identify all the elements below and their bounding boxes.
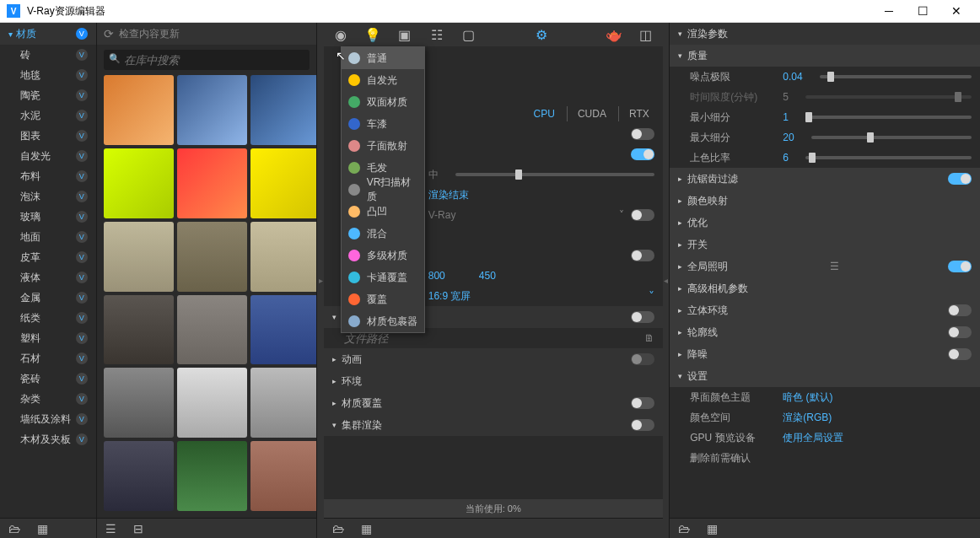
material-thumbnail[interactable]: [104, 222, 174, 292]
denoise-toggle[interactable]: [948, 348, 972, 360]
sidebar-item[interactable]: 水泥V: [0, 105, 96, 126]
frame-icon[interactable]: ◫: [638, 26, 654, 43]
max-sub-value[interactable]: 20: [783, 132, 794, 143]
sidebar-item[interactable]: 木材及夹板V: [0, 429, 96, 449]
safe-frame-toggle[interactable]: [631, 250, 654, 261]
material-thumbnail[interactable]: [177, 295, 247, 365]
max-sub-slider[interactable]: [811, 136, 972, 139]
material-thumbnail[interactable]: [104, 75, 174, 145]
settings-header[interactable]: ▾设置: [670, 365, 980, 387]
theme-value[interactable]: 暗色 (默认): [783, 390, 832, 405]
list-view-icon[interactable]: ☰: [105, 522, 116, 535]
grid-icon[interactable]: ▦: [707, 522, 718, 535]
dropdown-item[interactable]: 材质包裹器: [342, 310, 424, 332]
grid-icon[interactable]: ▦: [361, 522, 372, 535]
dropdown-item[interactable]: 自发光: [342, 69, 424, 91]
color-map-header[interactable]: ▸颜色映射: [670, 190, 980, 212]
dropdown-item[interactable]: 车漆: [342, 113, 424, 135]
quality-slider[interactable]: .slider::after{left:var(--pos,0);}: [455, 173, 654, 176]
material-thumbnail[interactable]: [177, 368, 247, 438]
mat-override-toggle[interactable]: [631, 397, 654, 409]
sidebar-item[interactable]: 杂类V: [0, 389, 96, 409]
material-thumbnail[interactable]: [177, 75, 247, 145]
contour-toggle[interactable]: [948, 326, 972, 338]
material-thumbnail[interactable]: [177, 148, 247, 218]
search-input[interactable]: [104, 50, 310, 70]
sidebar-item[interactable]: 布料V: [0, 166, 96, 186]
render-params-header[interactable]: ▾渲染参数: [670, 23, 980, 45]
sidebar-item[interactable]: 石材V: [0, 348, 96, 369]
stereo-toggle[interactable]: [948, 304, 972, 316]
sidebar-item[interactable]: 地面V: [0, 227, 96, 247]
material-thumbnail[interactable]: [104, 368, 174, 438]
material-thumbnail[interactable]: [250, 75, 317, 145]
optimize-header[interactable]: ▸优化: [670, 212, 980, 234]
sidebar-item[interactable]: 泡沫V: [0, 186, 96, 207]
panel-divider-left[interactable]: ▸: [317, 23, 323, 538]
material-thumbnail[interactable]: [104, 441, 174, 511]
tab-cpu[interactable]: CPU: [529, 106, 560, 121]
gi-header[interactable]: ▸全局照明☰: [670, 256, 980, 277]
environment-section[interactable]: ▸环境: [324, 370, 663, 392]
sidebar-item[interactable]: 陶瓷V: [0, 85, 96, 105]
swarm-section[interactable]: ▾集群渲染: [324, 414, 663, 436]
tree-view-icon[interactable]: ⊟: [133, 522, 143, 535]
sidebar-item[interactable]: 玻璃V: [0, 207, 96, 227]
gpu-device-value[interactable]: 使用全局设置: [783, 431, 843, 445]
light-icon[interactable]: 💡: [364, 26, 381, 43]
material-thumbnail[interactable]: [250, 368, 317, 438]
sidebar-header[interactable]: ▾ 材质 V: [0, 23, 96, 45]
dropdown-item[interactable]: 卡通覆盖: [342, 266, 424, 288]
color-ratio-value[interactable]: 6: [783, 152, 789, 164]
aa-filter-header[interactable]: ▸抗锯齿过滤: [670, 168, 980, 190]
maximize-button[interactable]: ☐: [906, 4, 940, 18]
save-image-toggle[interactable]: [631, 311, 654, 323]
refresh-icon[interactable]: ⟳: [104, 27, 114, 40]
mat-override-section[interactable]: ▸材质覆盖: [324, 392, 663, 414]
color-ratio-slider[interactable]: [805, 156, 972, 159]
render-output-icon[interactable]: ▢: [460, 26, 477, 43]
img-height-value[interactable]: 450: [479, 270, 496, 282]
teapot-icon[interactable]: 🫖: [606, 26, 622, 43]
dropdown-item[interactable]: VR扫描材质: [342, 179, 424, 201]
dropdown-item[interactable]: 普通: [342, 47, 424, 69]
animation-toggle[interactable]: [631, 353, 654, 365]
sidebar-item[interactable]: 瓷砖V: [0, 369, 96, 389]
img-width-value[interactable]: 800: [428, 270, 445, 282]
layers-icon[interactable]: ☷: [428, 26, 445, 43]
close-button[interactable]: ✕: [940, 4, 973, 18]
noise-limit-value[interactable]: 0.04: [783, 71, 802, 83]
dropdown-item[interactable]: 双面材质: [342, 91, 424, 113]
folder-icon[interactable]: 🗁: [332, 522, 344, 535]
material-thumbnail[interactable]: [250, 441, 317, 511]
panel-divider-right[interactable]: ◂: [663, 23, 669, 538]
sidebar-item[interactable]: 墙纸及涂料V: [0, 409, 96, 429]
chevron-down-icon[interactable]: ˅: [649, 289, 654, 303]
update-label[interactable]: 检查内容更新: [119, 27, 180, 41]
folder-icon[interactable]: 🗁: [8, 522, 20, 535]
animation-section[interactable]: ▸动画: [324, 348, 663, 370]
sidebar-item[interactable]: 砖V: [0, 45, 96, 65]
tab-cuda[interactable]: CUDA: [567, 106, 611, 121]
sidebar-item[interactable]: 皮革V: [0, 247, 96, 267]
material-icon[interactable]: ◉: [332, 26, 349, 43]
aspect-value[interactable]: 16:9 宽屏: [428, 289, 471, 304]
material-thumbnail[interactable]: [104, 148, 174, 218]
noise-slider[interactable]: [820, 75, 972, 78]
gi-toggle[interactable]: [948, 261, 972, 272]
sidebar-item[interactable]: 自发光V: [0, 146, 96, 166]
quality-header[interactable]: ▾质量: [670, 45, 980, 67]
sidebar-item[interactable]: 地毯V: [0, 65, 96, 85]
min-sub-slider[interactable]: [805, 116, 972, 119]
material-type-dropdown[interactable]: 普通自发光双面材质车漆子面散射毛发VR扫描材质凸凹混合多级材质卡通覆盖覆盖材质包…: [341, 46, 425, 333]
stereo-header[interactable]: ▸立体环境: [670, 299, 980, 321]
colorspace-value[interactable]: 渲染(RGB): [783, 411, 832, 425]
material-thumbnail[interactable]: [177, 222, 247, 292]
material-thumbnail[interactable]: [250, 148, 317, 218]
sidebar-item[interactable]: 纸类V: [0, 308, 96, 328]
denoiser-toggle[interactable]: [631, 209, 654, 221]
sidebar-item[interactable]: 液体V: [0, 267, 96, 288]
material-thumbnail[interactable]: [250, 222, 317, 292]
material-thumbnail[interactable]: [104, 295, 174, 365]
interactive-toggle[interactable]: [631, 128, 654, 140]
